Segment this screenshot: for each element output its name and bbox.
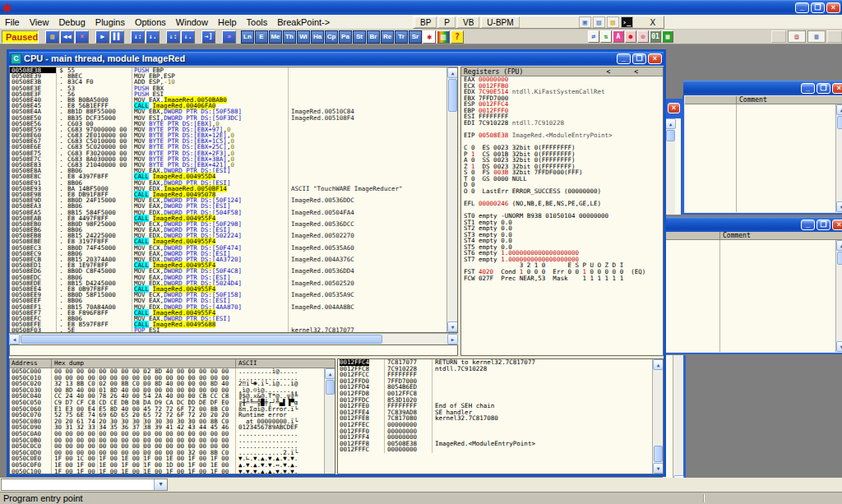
- disasm-row[interactable]: 00508F03.5EPOP ESIkernel32.7C817077: [10, 327, 457, 333]
- maximize-button[interactable]: ❐: [817, 83, 830, 94]
- window-button-pa[interactable]: Pa: [339, 30, 352, 44]
- restart-icon[interactable]: ◀◀: [60, 30, 74, 44]
- scroll-up-icon[interactable]: ▲: [836, 104, 842, 115]
- window-button-tr[interactable]: Tr: [395, 30, 408, 44]
- window-button-e[interactable]: E: [255, 30, 268, 44]
- layout-b-icon[interactable]: ▥: [807, 30, 826, 43]
- open-file-icon[interactable]: ▨: [45, 30, 59, 44]
- menu-item-file[interactable]: File: [0, 16, 25, 29]
- maximize-button[interactable]: ❐: [817, 220, 830, 230]
- assembler-icon[interactable]: A: [613, 30, 624, 43]
- menu-item-debug[interactable]: Debug: [53, 16, 90, 29]
- minimize-button[interactable]: _: [617, 53, 631, 64]
- scroll-up-icon[interactable]: ▲: [836, 240, 842, 251]
- pause-icon[interactable]: ▌▌: [110, 30, 124, 44]
- restore-button[interactable]: ❐: [811, 2, 825, 13]
- comment-column-header[interactable]: Comment: [719, 232, 751, 239]
- background-window-top[interactable]: _ ❐ × Comment ▲ ▼: [682, 95, 842, 215]
- menu-item-options[interactable]: Options: [130, 16, 171, 29]
- menu-button-u-bpm[interactable]: U-BPM: [481, 16, 519, 28]
- step-over-icon[interactable]: ↓.: [146, 30, 160, 44]
- window-button-th[interactable]: Th: [283, 30, 296, 44]
- spiral-icon[interactable]: ◎: [637, 30, 649, 43]
- disasm-hscrollbar[interactable]: ◀ ▶: [9, 333, 458, 344]
- scroll-up-icon[interactable]: ▲: [653, 359, 664, 370]
- menu-button-bp[interactable]: BP: [414, 16, 437, 28]
- command-combobox[interactable]: ▼: [1, 479, 168, 491]
- scroll-down-icon[interactable]: ▼: [836, 201, 842, 212]
- maximize-button[interactable]: ❐: [632, 53, 646, 64]
- binary-icon[interactable]: 01: [650, 30, 661, 43]
- scroll-down-icon[interactable]: ▼: [653, 463, 664, 474]
- disassembly-pane[interactable]: 00508E38$55PUSH EBP00508E39.8BECMOV EBP,…: [9, 67, 458, 333]
- background-window-middle[interactable]: _ ❐ × Comment ▲ ▼: [658, 217, 842, 354]
- stack-scrollbar[interactable]: ▲ ▼: [652, 359, 663, 474]
- window-button-re[interactable]: Re: [381, 30, 394, 44]
- disasm-row[interactable]: 00508E3E.53PUSH EBX: [10, 86, 457, 91]
- copy-icon[interactable]: ▣: [579, 16, 591, 28]
- run-icon[interactable]: ▶: [95, 30, 109, 44]
- scroll-up-icon[interactable]: ▲: [325, 368, 335, 379]
- scroll-down-icon[interactable]: ▼: [673, 475, 684, 478]
- window-button-ln[interactable]: Ln: [241, 30, 254, 44]
- cpu-titlebar[interactable]: C CPU - main thread, module ImageRed _ ❐…: [9, 52, 664, 66]
- notepad-icon[interactable]: ▤: [593, 16, 605, 28]
- disasm-vscrollbar[interactable]: ▲ ▼: [446, 67, 457, 332]
- execute-till-return-icon[interactable]: →]: [201, 30, 215, 44]
- stack-row[interactable]: 0012FFFC00000000: [338, 446, 663, 453]
- close-button[interactable]: ×: [826, 2, 840, 13]
- close-button[interactable]: ×: [832, 220, 842, 230]
- swap-window-icon[interactable]: ⇄: [588, 30, 599, 43]
- register-line[interactable]: T 0 GS 0000 NULL: [461, 176, 663, 183]
- close-button[interactable]: ×: [832, 83, 842, 94]
- scroll-down-icon[interactable]: ▼: [836, 341, 842, 352]
- animate-over-icon[interactable]: ⇓.: [181, 30, 195, 44]
- disasm-row[interactable]: 00508E3B.83C4 F0ADD ESP,-10: [10, 79, 457, 85]
- minimize-button[interactable]: _: [801, 220, 815, 230]
- window-button-br[interactable]: Br: [367, 30, 380, 44]
- options-icon[interactable]: ✱: [423, 30, 436, 44]
- close-button[interactable]: ×: [648, 53, 662, 64]
- stack-pane[interactable]: 0012FFC47C817077RETURN to kernel32.7C817…: [337, 358, 664, 474]
- scroll-up-icon[interactable]: ▲: [447, 67, 458, 78]
- goto-icon[interactable]: »: [222, 30, 236, 44]
- animate-into-icon[interactable]: ⇓:: [166, 30, 180, 44]
- scrollbar[interactable]: ▼: [673, 355, 683, 478]
- dump-scrollbar[interactable]: ▲: [324, 368, 335, 474]
- breakpoint-close-button[interactable]: X: [645, 17, 661, 28]
- minimize-button[interactable]: _: [801, 83, 815, 94]
- window-button-st[interactable]: St: [353, 30, 366, 44]
- window-button-ha[interactable]: Ha: [311, 30, 324, 44]
- register-line[interactable]: EIP 00508E38 ImageRed.<ModuleEntryPoint>: [461, 132, 663, 139]
- scrollbar[interactable]: ▲ ▼: [835, 240, 842, 352]
- scroll-right-icon[interactable]: ▶: [447, 334, 458, 344]
- menu-item-help[interactable]: Help: [213, 16, 242, 29]
- close-icon[interactable]: ×: [668, 103, 680, 113]
- updown-icon[interactable]: ⇅: [600, 30, 612, 43]
- register-line[interactable]: EDI 7C910228 ntdll.7C910228: [461, 120, 663, 127]
- main-titlebar[interactable]: _ ❐ ×: [0, 0, 842, 15]
- grid-icon[interactable]: ▦: [662, 30, 673, 43]
- menu-item-window[interactable]: Window: [171, 16, 213, 29]
- comment-column-header[interactable]: Comment: [736, 96, 767, 104]
- window-button-cp[interactable]: Cp: [325, 30, 338, 44]
- window-button-me[interactable]: Me: [269, 30, 282, 44]
- minimize-button[interactable]: _: [795, 2, 809, 13]
- command-input[interactable]: [2, 479, 154, 490]
- registers-pane[interactable]: Registers (FPU) < < EAX 00000000ECX 0012…: [460, 67, 664, 356]
- dump-row[interactable]: 0050C1001F 00 1F 00 1F 00 1E 00 1E 00 1F…: [10, 469, 335, 475]
- disasm-row[interactable]: 00508EFE.E8 8597F8FFCALL ImageRed.004956…: [10, 321, 457, 327]
- window-button-wi[interactable]: Wi: [297, 30, 310, 44]
- register-line[interactable]: FCW 027F Prec NEAR,53 Mask 1 1 1 1 1 1: [461, 275, 663, 282]
- menu-button-p[interactable]: P: [438, 16, 456, 28]
- register-line[interactable]: O 0 LastErr ERROR_SUCCESS (00000000): [461, 188, 663, 195]
- record-icon[interactable]: ●: [625, 30, 636, 43]
- menu-button-vb[interactable]: VB: [457, 16, 479, 28]
- hex-dump-pane[interactable]: Address Hex dump ASCII 0050C00000 00 00 …: [9, 358, 335, 474]
- console-icon[interactable]: ›_: [621, 16, 633, 28]
- menu-item-breakpoint[interactable]: BreakPoint->: [272, 16, 335, 29]
- window-button-sr[interactable]: Sr: [409, 30, 422, 44]
- menu-item-view[interactable]: View: [25, 16, 54, 29]
- window-titlebar[interactable]: _ ❐ ×: [683, 81, 842, 95]
- cpu-window[interactable]: C CPU - main thread, module ImageRed _ ❐…: [7, 49, 666, 477]
